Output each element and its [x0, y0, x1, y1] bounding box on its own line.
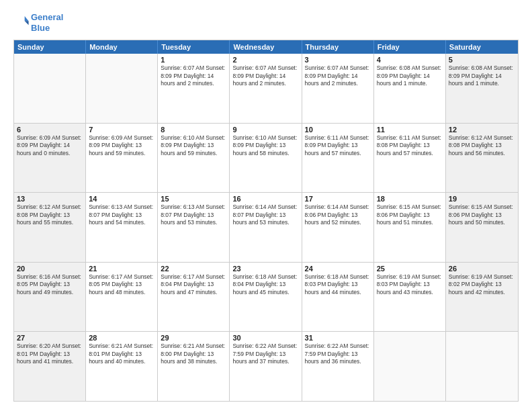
day-info: Sunrise: 6:09 AM Sunset: 8:09 PM Dayligh…: [89, 134, 154, 157]
day-number: 7: [89, 126, 154, 134]
weekday-header: Wednesday: [230, 40, 302, 54]
day-info: Sunrise: 6:07 AM Sunset: 8:09 PM Dayligh…: [305, 64, 371, 87]
calendar-cell: 13Sunrise: 6:12 AM Sunset: 8:08 PM Dayli…: [14, 193, 86, 262]
weekday-header: Friday: [374, 40, 446, 54]
day-info: Sunrise: 6:11 AM Sunset: 8:08 PM Dayligh…: [377, 134, 443, 157]
calendar-cell: 9Sunrise: 6:10 AM Sunset: 8:09 PM Daylig…: [230, 124, 302, 193]
day-info: Sunrise: 6:08 AM Sunset: 8:09 PM Dayligh…: [449, 64, 515, 87]
day-info: Sunrise: 6:16 AM Sunset: 8:05 PM Dayligh…: [17, 273, 83, 296]
weekday-header: Saturday: [446, 40, 518, 54]
calendar-cell: 10Sunrise: 6:11 AM Sunset: 8:09 PM Dayli…: [302, 124, 374, 193]
day-number: 8: [161, 126, 226, 134]
calendar-cell: 2Sunrise: 6:07 AM Sunset: 8:09 PM Daylig…: [230, 54, 302, 123]
day-number: 3: [305, 56, 371, 64]
day-number: 13: [17, 195, 83, 203]
day-number: 15: [161, 195, 226, 203]
calendar-cell: 7Sunrise: 6:09 AM Sunset: 8:09 PM Daylig…: [86, 124, 158, 193]
calendar-cell: 31Sunrise: 6:22 AM Sunset: 7:59 PM Dayli…: [302, 332, 374, 401]
day-number: 12: [449, 126, 515, 134]
day-info: Sunrise: 6:10 AM Sunset: 8:09 PM Dayligh…: [232, 134, 298, 157]
day-number: 10: [305, 126, 371, 134]
calendar-week-row: 13Sunrise: 6:12 AM Sunset: 8:08 PM Dayli…: [14, 192, 518, 262]
weekday-header: Sunday: [14, 40, 86, 54]
day-number: 23: [232, 265, 298, 273]
day-number: 16: [232, 195, 298, 203]
day-info: Sunrise: 6:14 AM Sunset: 8:06 PM Dayligh…: [305, 203, 371, 226]
calendar-cell: 21Sunrise: 6:17 AM Sunset: 8:05 PM Dayli…: [86, 263, 158, 332]
day-info: Sunrise: 6:15 AM Sunset: 8:06 PM Dayligh…: [377, 203, 443, 226]
day-number: 4: [377, 56, 443, 64]
calendar-cell: 5Sunrise: 6:08 AM Sunset: 8:09 PM Daylig…: [446, 54, 518, 123]
calendar-cell: 16Sunrise: 6:14 AM Sunset: 8:07 PM Dayli…: [230, 193, 302, 262]
day-number: 2: [232, 56, 298, 64]
calendar-cell: 17Sunrise: 6:14 AM Sunset: 8:06 PM Dayli…: [302, 193, 374, 262]
weekday-header: Monday: [86, 40, 158, 54]
weekday-header: Tuesday: [158, 40, 230, 54]
calendar-cell: 14Sunrise: 6:13 AM Sunset: 8:07 PM Dayli…: [86, 193, 158, 262]
svg-marker-1: [25, 21, 29, 25]
calendar-cell: [374, 332, 446, 401]
calendar-cell: 28Sunrise: 6:21 AM Sunset: 8:01 PM Dayli…: [86, 332, 158, 401]
svg-marker-0: [25, 16, 29, 21]
calendar-cell: 18Sunrise: 6:15 AM Sunset: 8:06 PM Dayli…: [374, 193, 446, 262]
calendar-cell: 25Sunrise: 6:19 AM Sunset: 8:03 PM Dayli…: [374, 263, 446, 332]
day-info: Sunrise: 6:14 AM Sunset: 8:07 PM Dayligh…: [232, 203, 298, 226]
logo-icon: [15, 14, 30, 29]
day-info: Sunrise: 6:09 AM Sunset: 8:09 PM Dayligh…: [17, 134, 83, 157]
day-info: Sunrise: 6:12 AM Sunset: 8:08 PM Dayligh…: [17, 203, 83, 226]
day-info: Sunrise: 6:20 AM Sunset: 8:01 PM Dayligh…: [17, 342, 83, 365]
calendar-cell: 24Sunrise: 6:18 AM Sunset: 8:03 PM Dayli…: [302, 263, 374, 332]
logo-text: General Blue: [31, 12, 63, 33]
calendar-cell: 26Sunrise: 6:19 AM Sunset: 8:02 PM Dayli…: [446, 263, 518, 332]
day-number: 5: [449, 56, 515, 64]
day-number: 25: [377, 265, 443, 273]
page: General Blue SundayMondayTuesdayWednesda…: [0, 0, 532, 411]
day-number: 17: [305, 195, 371, 203]
day-info: Sunrise: 6:17 AM Sunset: 8:05 PM Dayligh…: [89, 273, 154, 296]
logo-blue: Blue: [31, 23, 50, 33]
calendar: SundayMondayTuesdayWednesdayThursdayFrid…: [13, 40, 519, 402]
calendar-week-row: 20Sunrise: 6:16 AM Sunset: 8:05 PM Dayli…: [14, 262, 518, 332]
day-info: Sunrise: 6:19 AM Sunset: 8:02 PM Dayligh…: [449, 273, 515, 296]
header: General Blue: [13, 12, 519, 33]
calendar-cell: 1Sunrise: 6:07 AM Sunset: 8:09 PM Daylig…: [158, 54, 230, 123]
day-info: Sunrise: 6:07 AM Sunset: 8:09 PM Dayligh…: [161, 64, 226, 87]
calendar-cell: 12Sunrise: 6:12 AM Sunset: 8:08 PM Dayli…: [446, 124, 518, 193]
day-info: Sunrise: 6:11 AM Sunset: 8:09 PM Dayligh…: [305, 134, 371, 157]
calendar-cell: [86, 54, 158, 123]
day-number: 6: [17, 126, 83, 134]
calendar-cell: 30Sunrise: 6:22 AM Sunset: 7:59 PM Dayli…: [230, 332, 302, 401]
calendar-cell: 3Sunrise: 6:07 AM Sunset: 8:09 PM Daylig…: [302, 54, 374, 123]
day-info: Sunrise: 6:22 AM Sunset: 7:59 PM Dayligh…: [305, 342, 371, 365]
calendar-week-row: 27Sunrise: 6:20 AM Sunset: 8:01 PM Dayli…: [14, 331, 518, 401]
day-info: Sunrise: 6:17 AM Sunset: 8:04 PM Dayligh…: [161, 273, 226, 296]
day-info: Sunrise: 6:22 AM Sunset: 7:59 PM Dayligh…: [232, 342, 298, 365]
calendar-header: SundayMondayTuesdayWednesdayThursdayFrid…: [14, 40, 518, 54]
day-number: 11: [377, 126, 443, 134]
calendar-week-row: 6Sunrise: 6:09 AM Sunset: 8:09 PM Daylig…: [14, 123, 518, 193]
day-info: Sunrise: 6:18 AM Sunset: 8:03 PM Dayligh…: [305, 273, 371, 296]
day-number: 31: [305, 334, 371, 342]
day-number: 14: [89, 195, 154, 203]
day-info: Sunrise: 6:07 AM Sunset: 8:09 PM Dayligh…: [232, 64, 298, 87]
day-number: 29: [161, 334, 226, 342]
day-info: Sunrise: 6:21 AM Sunset: 8:00 PM Dayligh…: [161, 342, 226, 365]
logo-general: General: [31, 12, 63, 22]
day-number: 1: [161, 56, 226, 64]
day-number: 20: [17, 265, 83, 273]
calendar-cell: [446, 332, 518, 401]
day-info: Sunrise: 6:13 AM Sunset: 8:07 PM Dayligh…: [161, 203, 226, 226]
day-info: Sunrise: 6:08 AM Sunset: 8:09 PM Dayligh…: [377, 64, 443, 87]
day-info: Sunrise: 6:12 AM Sunset: 8:08 PM Dayligh…: [449, 134, 515, 157]
calendar-cell: 22Sunrise: 6:17 AM Sunset: 8:04 PM Dayli…: [158, 263, 230, 332]
calendar-cell: 8Sunrise: 6:10 AM Sunset: 8:09 PM Daylig…: [158, 124, 230, 193]
calendar-cell: 27Sunrise: 6:20 AM Sunset: 8:01 PM Dayli…: [14, 332, 86, 401]
calendar-cell: 29Sunrise: 6:21 AM Sunset: 8:00 PM Dayli…: [158, 332, 230, 401]
day-number: 18: [377, 195, 443, 203]
day-info: Sunrise: 6:19 AM Sunset: 8:03 PM Dayligh…: [377, 273, 443, 296]
day-number: 28: [89, 334, 154, 342]
calendar-week-row: 1Sunrise: 6:07 AM Sunset: 8:09 PM Daylig…: [14, 54, 518, 123]
calendar-cell: 15Sunrise: 6:13 AM Sunset: 8:07 PM Dayli…: [158, 193, 230, 262]
calendar-cell: 11Sunrise: 6:11 AM Sunset: 8:08 PM Dayli…: [374, 124, 446, 193]
day-number: 9: [232, 126, 298, 134]
